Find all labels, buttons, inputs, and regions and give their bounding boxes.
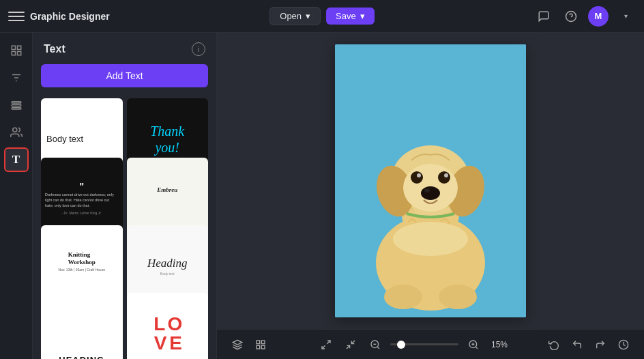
embreu-title: Embreu — [157, 186, 177, 193]
sidebar-item-filters[interactable] — [4, 66, 29, 90]
avatar[interactable]: M — [588, 6, 609, 27]
workshop-title: KnittingWorkshop — [68, 251, 96, 266]
svg-point-20 — [411, 171, 423, 184]
fullscreen-icon[interactable] — [317, 335, 336, 354]
toolbar-right — [544, 335, 633, 354]
svg-point-21 — [438, 171, 450, 184]
chat-icon[interactable] — [533, 6, 554, 27]
layers-toolbar-icon[interactable] — [228, 335, 247, 354]
svg-rect-30 — [257, 341, 260, 344]
svg-rect-32 — [257, 345, 260, 349]
svg-marker-29 — [233, 340, 241, 345]
canvas[interactable] — [335, 44, 526, 317]
zoom-out-icon[interactable] — [366, 335, 385, 354]
add-text-button[interactable]: Add Text — [41, 64, 208, 87]
thank-you-text: Thankyou! — [150, 123, 184, 156]
heading-text: Heading — [147, 257, 188, 270]
header-center: Open ▾ Save ▾ — [269, 7, 374, 25]
info-icon[interactable]: i — [192, 42, 205, 56]
save-chevron-icon: ▾ — [360, 11, 365, 21]
header-left: Graphic Designer — [8, 8, 269, 25]
canvas-container — [217, 33, 644, 329]
svg-rect-2 — [12, 46, 15, 49]
undo-icon[interactable] — [568, 335, 587, 354]
svg-line-42 — [475, 347, 478, 349]
svg-rect-31 — [261, 341, 265, 344]
toolbar-left — [228, 335, 282, 354]
svg-line-39 — [377, 347, 379, 349]
svg-rect-4 — [12, 52, 15, 55]
toolbar-center: 15% — [287, 335, 540, 354]
svg-line-35 — [322, 345, 325, 349]
canvas-image — [335, 44, 526, 317]
love-text: L OV E — [153, 315, 181, 353]
svg-point-24 — [421, 186, 440, 200]
svg-line-36 — [347, 345, 350, 349]
body-text-label: Body text — [41, 128, 123, 149]
app-title: Graphic Designer — [30, 11, 110, 22]
grid-toolbar-icon[interactable] — [251, 335, 270, 354]
template-love[interactable]: L OV E — [127, 293, 209, 359]
sidebar-item-layers[interactable] — [4, 93, 29, 117]
main: T Text i Add Text Body text Thankyou! " … — [0, 33, 644, 359]
zoom-thumb[interactable] — [397, 341, 405, 349]
help-icon[interactable] — [561, 6, 581, 27]
sidebar-nav: T — [0, 33, 33, 359]
zoom-slider[interactable] — [390, 343, 458, 345]
sidebar-item-people[interactable] — [4, 120, 29, 145]
history-icon[interactable] — [614, 335, 633, 354]
svg-rect-10 — [12, 104, 21, 106]
sidebar-item-elements[interactable] — [4, 38, 29, 63]
svg-point-28 — [439, 285, 477, 309]
header-right: M ▾ — [375, 6, 636, 27]
redo-icon[interactable] — [591, 335, 610, 354]
account-chevron-icon[interactable]: ▾ — [615, 6, 636, 27]
save-button[interactable]: Save ▾ — [326, 8, 375, 25]
svg-point-23 — [444, 173, 448, 177]
svg-point-25 — [424, 188, 430, 192]
open-chevron-icon: ▾ — [306, 11, 310, 21]
panel-title: Text — [44, 43, 65, 55]
svg-point-22 — [417, 173, 421, 177]
heading-body: Body text — [160, 272, 175, 276]
svg-rect-9 — [12, 102, 21, 103]
templates-grid: Body text Thankyou! " Darkness cannot dr… — [33, 96, 216, 359]
svg-rect-33 — [261, 345, 265, 349]
workshop-sub: Nov. 13th | 10am | Craft House — [59, 268, 105, 272]
quote-mark: " — [79, 182, 84, 191]
zoom-label: 15% — [488, 340, 510, 349]
header: Graphic Designer Open ▾ Save ▾ M ▾ — [0, 0, 644, 33]
canvas-area: 15% — [217, 33, 644, 359]
svg-rect-5 — [17, 52, 20, 55]
sidebar-item-text[interactable]: T — [4, 147, 29, 172]
svg-point-27 — [384, 285, 422, 309]
menu-icon[interactable] — [8, 8, 25, 25]
svg-line-37 — [351, 341, 355, 344]
svg-point-26 — [393, 222, 468, 256]
fit-icon[interactable] — [341, 335, 360, 354]
zoom-in-icon[interactable] — [464, 335, 483, 354]
svg-point-12 — [12, 128, 16, 132]
text-panel: Text i Add Text Body text Thankyou! " Da… — [33, 33, 217, 359]
svg-rect-3 — [17, 46, 20, 49]
open-button[interactable]: Open ▾ — [269, 7, 321, 25]
svg-line-34 — [327, 341, 330, 344]
rotate-icon[interactable] — [544, 335, 564, 354]
svg-rect-11 — [12, 108, 21, 109]
panel-header: Text i — [33, 33, 216, 61]
heading-bold-text: HEADING — [59, 355, 104, 360]
quote-text: Darkness cannot drive out darkness; only… — [45, 192, 119, 208]
bottom-toolbar: 15% — [217, 329, 644, 359]
template-heading-bold[interactable]: HEADING Body text — [41, 293, 123, 359]
quote-author: - Dr. Martin Luther King Jr. — [62, 211, 102, 215]
